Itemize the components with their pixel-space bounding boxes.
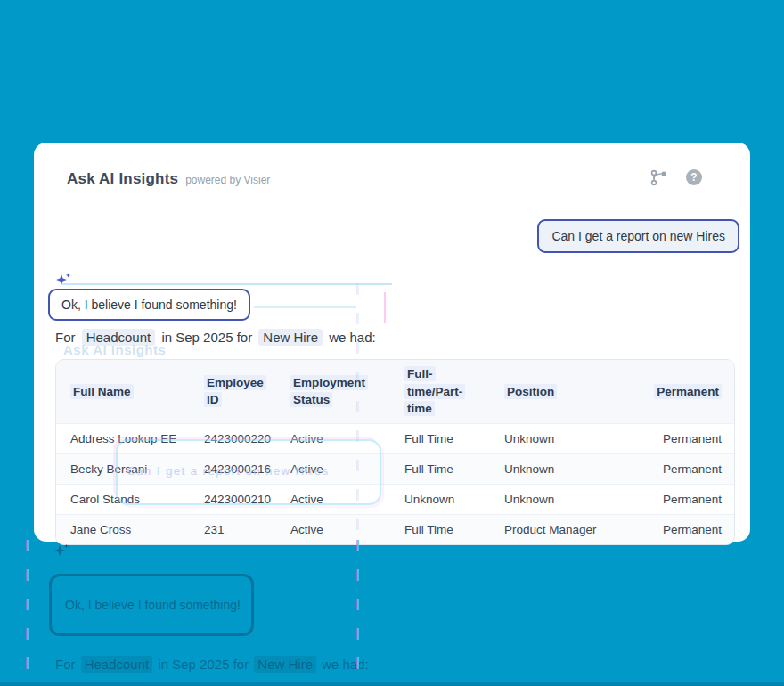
cell-full-name: Becky Bersani: [56, 453, 190, 484]
cell-employment-status: Active: [276, 514, 390, 544]
cell-permanent: Permanent: [631, 453, 735, 484]
cell-fulltime: Full Time: [390, 514, 490, 544]
ask-ai-insights-panel: Ask AI Insights powered by Visier ? Can …: [34, 143, 750, 542]
ghost-sparkle-icon: [53, 543, 71, 563]
help-icon[interactable]: ?: [686, 169, 702, 185]
panel-header: Ask AI Insights powered by Visier: [67, 170, 270, 188]
cell-employee-id: 2423000216: [190, 453, 276, 484]
ghost-summary-sentence: For Headcount in Sep 2025 for New Hire w…: [55, 657, 369, 672]
ghost-summary-suffix: we had:: [322, 657, 369, 672]
header-actions: ?: [649, 167, 702, 187]
cell-full-name: Jane Cross: [56, 514, 190, 544]
col-header-full-name[interactable]: Full Name: [56, 360, 190, 423]
ghost-summary-prefix: For: [55, 657, 76, 672]
table-header-row: Full Name Employee ID Employment Status …: [56, 360, 735, 423]
col-header-employment-status[interactable]: Employment Status: [276, 360, 390, 423]
cell-fulltime: Full Time: [390, 453, 490, 484]
ghost-ai-bubble: Ok, I believe I found something!: [49, 574, 254, 636]
ghost-metric-chip: Headcount: [81, 656, 153, 673]
powered-by-label: powered by Visier: [185, 174, 270, 186]
ghost-dashed-line-left: [26, 540, 29, 686]
cell-position: Unknown: [490, 453, 631, 484]
cell-employment-status: Active: [276, 423, 390, 453]
ghost-line: [254, 306, 356, 308]
summary-suffix: we had:: [329, 330, 376, 345]
branch-icon[interactable]: [649, 167, 668, 187]
ghost-tick: [384, 292, 386, 323]
ghost-line: [62, 283, 392, 285]
ghost-summary-middle: in Sep 2025 for: [158, 657, 249, 672]
cell-full-name: Carol Stands: [56, 484, 190, 514]
cell-employee-id: 2423000220: [190, 423, 276, 453]
ghost-concept-chip: New Hire: [254, 656, 316, 673]
table-row: Becky Bersani 2423000216 Active Full Tim…: [56, 453, 735, 484]
ghost-vline: [356, 283, 359, 542]
cell-position: Unknown: [490, 423, 631, 453]
cell-permanent: Permanent: [631, 514, 735, 544]
ghost-bottom-strip: [0, 682, 784, 686]
page-title: Ask AI Insights: [67, 170, 178, 188]
cell-employment-status: Active: [276, 484, 390, 514]
cell-fulltime: Full Time: [390, 423, 490, 453]
cell-full-name: Address Lookup EE: [56, 423, 190, 453]
cell-fulltime: Unknown: [390, 484, 490, 514]
cell-permanent: Permanent: [631, 423, 735, 453]
ghost-title-echo: Ask AI Insights: [63, 342, 166, 357]
cell-position: Unknown: [490, 484, 631, 514]
cell-position: Product Manager: [490, 514, 631, 544]
concept-chip-new-hire[interactable]: New Hire: [258, 329, 323, 346]
col-header-permanent[interactable]: Permanent: [631, 360, 735, 423]
col-header-employee-id[interactable]: Employee ID: [190, 360, 276, 423]
ai-message-bubble: Ok, I believe I found something!: [48, 289, 250, 321]
ghost-dashed-line-mid: [356, 540, 359, 686]
summary-middle: in Sep 2025 for: [161, 330, 252, 345]
table-row: Jane Cross 231 Active Full Time Product …: [56, 514, 735, 544]
col-header-fulltime-parttime[interactable]: Full-time/Part-time: [390, 360, 490, 423]
table-row: Address Lookup EE 2423000220 Active Full…: [56, 423, 735, 453]
cell-employee-id: 231: [190, 514, 276, 544]
new-hires-table: Full Name Employee ID Employment Status …: [55, 359, 735, 545]
cell-employee-id: 2423000210: [190, 484, 276, 514]
cell-permanent: Permanent: [631, 484, 735, 514]
user-message-bubble: Can I get a report on new Hires: [537, 219, 739, 253]
col-header-position[interactable]: Position: [490, 360, 631, 423]
help-glyph: ?: [686, 169, 702, 185]
cell-employment-status: Active: [276, 453, 390, 484]
table-row: Carol Stands 2423000210 Active Unknown U…: [56, 484, 735, 514]
ghost-ai-message: Ok, I believe I found something!: [65, 598, 241, 612]
